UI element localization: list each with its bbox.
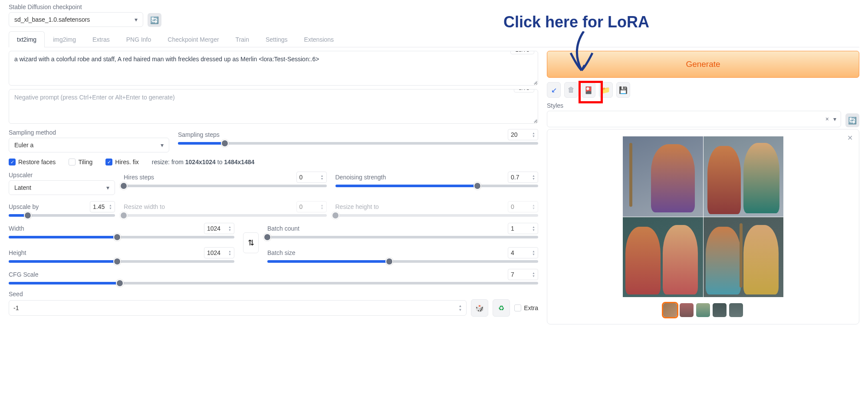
resize-height-slider[interactable]	[335, 214, 539, 217]
tab-extensions[interactable]: Extensions	[296, 31, 342, 47]
thumbnail[interactable]	[729, 303, 743, 317]
restore-faces-checkbox[interactable]: ✓Restore faces	[9, 159, 56, 165]
batch-size-slider[interactable]	[267, 260, 538, 263]
recycle-icon: ♻	[498, 304, 504, 312]
tab-pnginfo[interactable]: PNG Info	[118, 31, 160, 47]
output-image[interactable]	[623, 136, 703, 217]
upscaler-value: Latent	[14, 184, 31, 191]
clear-prompt-button[interactable]: 🗑	[564, 82, 578, 98]
upscale-by-label: Upscale by	[9, 203, 39, 210]
resize-width-slider[interactable]	[124, 214, 327, 217]
tiling-label: Tiling	[78, 159, 92, 165]
denoise-label: Denoising strength	[335, 174, 386, 181]
upscale-by-input[interactable]: 1.45▲▼	[90, 201, 115, 212]
output-image[interactable]	[704, 217, 784, 298]
sampling-method-label: Sampling method	[9, 129, 169, 136]
seed-label: Seed	[9, 291, 538, 298]
tab-train[interactable]: Train	[227, 31, 257, 47]
height-value: 1024	[207, 249, 220, 256]
extra-label: Extra	[524, 304, 538, 311]
cfg-slider[interactable]	[9, 282, 538, 284]
tab-txt2img[interactable]: txt2img	[9, 31, 45, 47]
chevron-down-icon: ▾	[106, 184, 109, 191]
height-slider[interactable]	[9, 260, 234, 263]
expand-button[interactable]: ↙	[547, 82, 561, 98]
tab-settings[interactable]: Settings	[257, 31, 296, 47]
folder-icon: 📁	[602, 86, 610, 94]
width-slider[interactable]	[9, 236, 234, 238]
chevron-down-icon: ▾	[135, 16, 138, 23]
denoise-slider[interactable]	[335, 185, 539, 187]
tab-checkpoint-merger[interactable]: Checkpoint Merger	[159, 31, 227, 47]
hires-steps-slider[interactable]	[124, 185, 327, 187]
upscale-by-slider[interactable]	[9, 214, 115, 217]
prompt-container: 13/75 ◢	[9, 51, 538, 86]
batch-size-value: 4	[511, 249, 514, 256]
tab-extras[interactable]: Extras	[84, 31, 118, 47]
thumbnail[interactable]	[680, 303, 694, 317]
main-tabs: txt2img img2img Extras PNG Info Checkpoi…	[9, 31, 859, 47]
cfg-label: CFG Scale	[9, 271, 38, 278]
resize-width-input[interactable]: 0▲▼	[296, 201, 327, 212]
sampling-method-value: Euler a	[14, 142, 33, 149]
extra-networks-button[interactable]: 🎴	[582, 82, 595, 98]
output-image[interactable]	[704, 136, 784, 217]
swap-icon: ⇅	[248, 238, 254, 248]
spinner-icon: ▲▼	[532, 174, 535, 180]
upscaler-select[interactable]: Latent ▾	[9, 180, 115, 195]
chevron-down-icon: ▾	[833, 116, 836, 122]
denoise-value: 0.7	[511, 174, 519, 181]
batch-count-slider[interactable]	[267, 236, 538, 238]
clear-icon[interactable]: ×	[825, 116, 829, 122]
random-seed-button[interactable]: 🎲	[471, 299, 488, 317]
open-folder-button[interactable]: 📁	[599, 82, 613, 98]
checkpoint-select[interactable]: sd_xl_base_1.0.safetensors ▾	[9, 12, 143, 27]
batch-size-input[interactable]: 4▲▼	[508, 247, 538, 258]
hires-steps-value: 0	[299, 174, 303, 181]
width-input[interactable]: 1024▲▼	[204, 223, 234, 234]
tab-img2img[interactable]: img2img	[45, 31, 84, 47]
trash-icon: 🗑	[568, 86, 575, 94]
hires-steps-input[interactable]: 0▲▼	[296, 172, 327, 183]
spinner-icon: ▲▼	[321, 204, 324, 210]
styles-select[interactable]: × ▾	[547, 111, 841, 127]
height-input[interactable]: 1024▲▼	[204, 247, 234, 258]
prompt-input[interactable]	[14, 56, 533, 79]
swap-dimensions-button[interactable]: ⇅	[243, 232, 259, 253]
restore-faces-label: Restore faces	[18, 159, 56, 165]
reuse-seed-button[interactable]: ♻	[493, 299, 510, 317]
seed-value: -1	[13, 304, 19, 311]
denoise-input[interactable]: 0.7▲▼	[508, 172, 538, 183]
extra-seed-checkbox[interactable]: Extra	[514, 304, 538, 311]
batch-count-label: Batch count	[267, 225, 299, 232]
neg-prompt-input[interactable]	[14, 94, 533, 118]
thumbnail[interactable]	[663, 303, 677, 317]
cfg-input[interactable]: 7▲▼	[508, 269, 538, 280]
output-image[interactable]	[623, 217, 703, 298]
resize-handle-icon: ◢	[533, 118, 537, 122]
hires-steps-label: Hires steps	[124, 174, 154, 181]
sampling-method-select[interactable]: Euler a ▾	[9, 138, 169, 152]
batch-count-input[interactable]: 1▲▼	[508, 223, 538, 234]
save-icon: 💾	[619, 86, 628, 94]
width-label: Width	[9, 225, 24, 232]
hires-fix-checkbox[interactable]: ✓Hires. fix	[105, 159, 138, 165]
sampling-steps-input[interactable]: 20▲▼	[508, 129, 538, 140]
thumbnail[interactable]	[713, 303, 727, 317]
check-icon: ✓	[9, 159, 16, 165]
resize-height-input[interactable]: 0▲▼	[508, 201, 538, 212]
batch-size-label: Batch size	[267, 249, 296, 256]
refresh-checkpoint-button[interactable]: 🔄	[148, 13, 161, 27]
thumbnail[interactable]	[696, 303, 710, 317]
close-output-button[interactable]: ✕	[847, 134, 853, 142]
sampling-steps-slider[interactable]	[178, 142, 538, 145]
refresh-styles-button[interactable]: 🔄	[845, 113, 859, 127]
tiling-checkbox[interactable]: Tiling	[69, 159, 92, 165]
batch-count-value: 1	[511, 225, 514, 232]
save-button[interactable]: 💾	[616, 82, 630, 98]
checkpoint-label: Stable Diffusion checkpoint	[9, 3, 143, 10]
output-gallery: ✕	[547, 129, 859, 324]
seed-input[interactable]: -1▲▼	[9, 300, 467, 316]
generate-button[interactable]: Generate	[547, 51, 859, 78]
sampling-steps-value: 20	[511, 131, 518, 138]
